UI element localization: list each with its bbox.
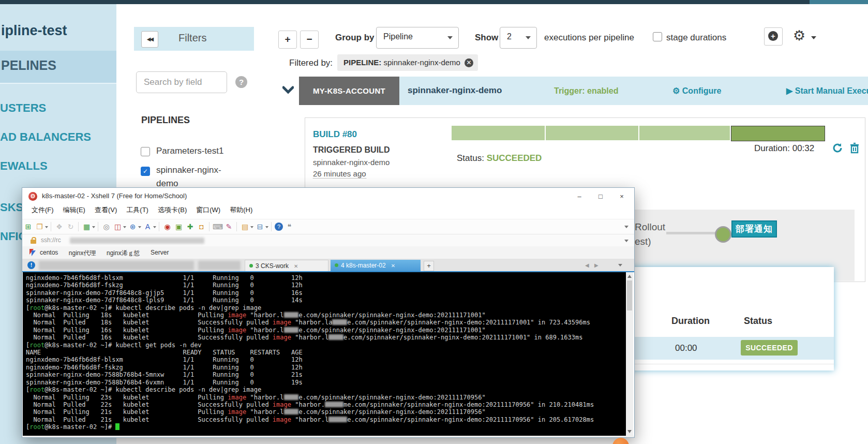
checkbox-spinnaker-nginx-demo[interactable]: ✓ — [141, 167, 150, 176]
terminal[interactable]: nginxdemo-7b46fb6d8f-blsxm 1/1 Running 0… — [23, 272, 626, 436]
web-icon-caret[interactable] — [138, 226, 141, 228]
help-icon[interactable]: ? — [235, 76, 247, 88]
close-button[interactable]: × — [613, 190, 631, 203]
stage-node[interactable] — [715, 226, 731, 243]
close-tab-icon[interactable]: ✕ — [294, 263, 298, 269]
collapse-filters-button[interactable]: ◀◀ — [141, 31, 158, 48]
web-icon[interactable]: ⊛ — [128, 221, 138, 232]
xshell-menu-item-4[interactable]: 选项卡(B) — [158, 205, 187, 215]
new-file-icon-caret[interactable] — [250, 226, 253, 228]
fullscreen-icon[interactable]: ✚ — [185, 221, 195, 232]
checkbox-parameters-test1[interactable] — [141, 147, 150, 156]
gear-caret-icon[interactable] — [811, 36, 816, 39]
xshell-window[interactable]: ʘ k8s-master-02 - Xshell 7 (Free for Hom… — [22, 187, 635, 438]
xagent-icon[interactable]: ▣ — [174, 221, 184, 232]
checkbox-spinnaker-label-line1[interactable]: spinnaker-nginx- — [156, 165, 221, 175]
layout-icon-caret[interactable] — [123, 226, 126, 228]
connected-dot-icon — [335, 263, 338, 267]
new-tab-button[interactable]: + — [424, 261, 434, 271]
pipeline-name[interactable]: spinnaker-nginx-demo — [408, 85, 502, 96]
bookmark-nginx-mojibake[interactable]: nginx浠ｇ悊 — [107, 249, 140, 258]
minimize-button[interactable]: – — [571, 190, 588, 203]
tile-icon[interactable]: ⊟ — [255, 221, 265, 232]
sidebar-item-pipelines-label[interactable]: PELINES — [1, 58, 56, 73]
xshell-menu-item-2[interactable]: 查看(V) — [95, 205, 117, 215]
address-caret-icon[interactable] — [624, 240, 628, 242]
message-icon[interactable]: ❝ — [285, 221, 294, 232]
sidebar-item-clusters[interactable]: USTERS — [0, 101, 46, 115]
sidebar-item-firewalls[interactable]: EWALLS — [0, 159, 48, 173]
font-icon-caret[interactable] — [153, 226, 156, 228]
xshell-icon[interactable]: ◉ — [162, 221, 172, 232]
reconnect-icon[interactable]: ↻ — [66, 221, 76, 232]
chevron-down-icon — [526, 36, 531, 39]
refresh-icon[interactable] — [832, 142, 843, 154]
session-properties-icon-caret[interactable] — [92, 226, 95, 228]
maximize-button[interactable]: □ — [592, 190, 609, 203]
zoom-in-button[interactable]: + — [278, 31, 297, 49]
xshell-menu-item-3[interactable]: 工具(T) — [126, 205, 148, 215]
filter-chip[interactable]: PIPELINE: spinnaker-nginx-demo ✕ — [337, 54, 478, 71]
font-icon[interactable]: A — [143, 221, 153, 232]
zoom-out-button[interactable]: − — [300, 31, 319, 49]
collapse-group-chevron-icon[interactable] — [282, 86, 294, 94]
stage-bar-segment-3[interactable] — [639, 126, 730, 140]
open-session-icon-caret[interactable] — [45, 226, 48, 228]
configure-link[interactable]: ⚙ Configure — [672, 86, 721, 96]
remove-filter-icon[interactable]: ✕ — [465, 58, 473, 67]
find-icon[interactable]: ◎ — [101, 221, 111, 232]
xshell-menu-item-6[interactable]: 帮助(H) — [230, 205, 252, 215]
tile-icon-caret[interactable] — [265, 226, 268, 228]
xshell-address-bar[interactable]: ssh://rc — [22, 234, 634, 247]
notify-stage-chip[interactable]: 部署通知 — [731, 220, 777, 238]
session-properties-icon[interactable]: ▦ — [82, 221, 92, 232]
stage-durations-checkbox[interactable] — [653, 32, 662, 41]
sidebar-item-tasks[interactable]: SKS — [0, 201, 23, 214]
open-session-icon[interactable]: ❐ — [35, 221, 44, 232]
close-tab-icon[interactable]: ✕ — [391, 263, 395, 269]
stage-bar-segment-1[interactable] — [452, 126, 545, 140]
duplicate-session-icon[interactable]: ❖ — [54, 221, 64, 232]
build-number-link[interactable]: BUILD #80 — [313, 129, 357, 140]
stage-durations-label[interactable]: stage durations — [666, 33, 726, 43]
checkbox-parameters-test1-label[interactable]: Parameters-test1 — [156, 146, 223, 156]
floating-bubble[interactable] — [612, 438, 629, 444]
xshell-menu-item-1[interactable]: 编辑(E) — [63, 205, 85, 215]
show-select[interactable]: 2 — [500, 27, 537, 49]
trash-icon[interactable] — [849, 142, 860, 154]
alert-icon[interactable]: ! — [27, 261, 35, 269]
layout-icon[interactable]: ◫ — [113, 221, 123, 232]
lock-icon[interactable]: ◘ — [197, 221, 206, 232]
terminal-scrollbar[interactable] — [626, 272, 633, 436]
start-manual-execution-link[interactable]: ▶ Start Manual Execu — [786, 86, 868, 96]
filter-chip-value: spinnaker-nginx-demo — [384, 58, 460, 67]
xshell-menu-item-0[interactable]: 文件(F) — [32, 205, 54, 215]
scroll-down-icon[interactable] — [627, 430, 632, 433]
xshell-menu-item-5[interactable]: 窗口(W) — [196, 205, 220, 215]
bookmark-nginx-proxy[interactable]: nginx代理 — [69, 249, 96, 258]
bookmark-server[interactable]: Server — [151, 249, 169, 256]
search-input[interactable]: Search by field — [136, 71, 227, 93]
xshell-title-bar[interactable]: ʘ k8s-master-02 - Xshell 7 (Free for Hom… — [22, 188, 634, 205]
compose-icon[interactable]: ✎ — [224, 221, 234, 232]
tab-scroll-right-icon[interactable]: ▶ — [594, 262, 598, 268]
gear-icon[interactable]: ⚙ — [793, 27, 805, 44]
sidebar-item-load-balancers[interactable]: AD BALANCERS — [0, 130, 91, 144]
bookmark-centos[interactable]: centos — [40, 249, 58, 256]
scroll-up-icon[interactable] — [627, 275, 632, 278]
create-button[interactable]: + — [764, 27, 783, 46]
tab-scroll-left-icon[interactable]: ◀ — [585, 262, 589, 268]
tab-k8s-master-02-active[interactable]: 4 k8s-master-02✕ — [331, 260, 421, 271]
new-file-icon[interactable]: ▤ — [240, 221, 250, 232]
help-icon[interactable]: ? — [275, 223, 283, 231]
tab-cks-work[interactable]: 3 CKS-work✕ — [245, 260, 328, 272]
keyboard-icon[interactable]: ⌨ — [213, 221, 222, 232]
stage-bar-segment-4-selected[interactable] — [731, 126, 825, 141]
scrollbar-thumb[interactable] — [627, 280, 632, 310]
new-session-icon[interactable]: ⊞ — [23, 221, 33, 232]
group-by-select[interactable]: Pipeline — [376, 27, 459, 49]
toolbar-overflow-caret-icon[interactable] — [624, 226, 628, 228]
details-row[interactable] — [600, 337, 834, 360]
stage-bar-segment-2[interactable] — [546, 126, 638, 140]
tab-list-caret-icon[interactable] — [618, 264, 622, 267]
